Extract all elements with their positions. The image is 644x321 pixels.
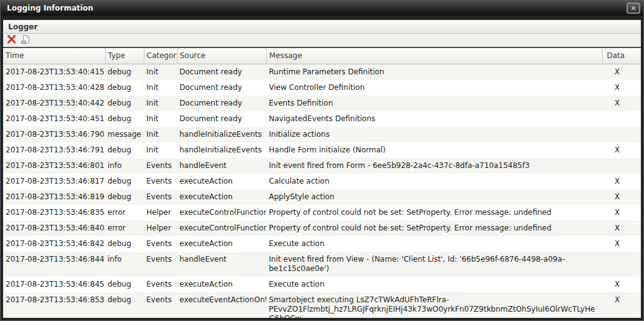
clear-log-button[interactable]	[7, 35, 16, 46]
cell-type: debug	[105, 236, 144, 252]
cell-source: Document ready	[177, 111, 266, 127]
cell-type: debug	[105, 96, 144, 111]
cell-source: executeAction	[177, 189, 266, 205]
cell-data: X	[602, 80, 641, 96]
cell-category: Events	[144, 277, 177, 292]
cell-source: executeEventActionOnWi	[177, 292, 266, 319]
column-header-message[interactable]: Message	[266, 48, 602, 64]
log-row[interactable]: 2017-08-23T13:53:46:817debugEventsexecut…	[3, 174, 641, 189]
cell-data	[602, 158, 641, 174]
cell-type: debug	[105, 277, 144, 292]
cell-time: 2017-08-23T13:53:40:428	[3, 80, 105, 96]
cell-source: handleEvent	[177, 252, 266, 277]
logger-toolbar	[3, 34, 641, 48]
logger-panel: Logger	[3, 20, 641, 318]
cell-type: info	[105, 158, 144, 174]
cell-message: Execute action	[266, 277, 602, 292]
cell-type: message	[105, 127, 144, 142]
cell-message: Smartobject executing LsZ7cTWkAdUFhTeRFl…	[266, 292, 602, 319]
logging-information-window: Logging Information ✕ Logger	[0, 0, 644, 321]
document-icon	[21, 34, 31, 46]
cell-source: Document ready	[177, 96, 266, 111]
column-header-time[interactable]: Time	[3, 48, 105, 64]
cell-data: X	[602, 277, 641, 292]
window-title: Logging Information	[7, 4, 93, 12]
logger-panel-header: Logger	[3, 20, 641, 34]
cell-message: ApplyStyle action	[266, 189, 602, 205]
cell-data: X	[602, 96, 641, 111]
cell-time: 2017-08-23T13:53:46:842	[3, 236, 105, 252]
cell-category: Init	[144, 127, 177, 142]
cell-message: Events Definition	[266, 96, 602, 111]
log-row[interactable]: 2017-08-23T13:53:40:428debugInitDocument…	[3, 80, 641, 96]
cell-message: Execute action	[266, 236, 602, 252]
cell-time: 2017-08-23T13:53:46:819	[3, 189, 105, 205]
log-row[interactable]: 2017-08-23T13:53:46:790messageInithandle…	[3, 127, 641, 142]
table-body: 2017-08-23T13:53:40:415debugInitDocument…	[3, 64, 641, 318]
cell-category: Init	[144, 64, 177, 80]
cell-data: X	[602, 236, 641, 252]
cell-time: 2017-08-23T13:53:40:451	[3, 111, 105, 127]
column-header-type[interactable]: Type	[105, 48, 144, 64]
cell-data	[602, 252, 641, 277]
log-row[interactable]: 2017-08-23T13:53:46:840errorHelperexecut…	[3, 220, 641, 236]
log-row[interactable]: 2017-08-23T13:53:46:853debugEventsexecut…	[3, 292, 641, 319]
log-row[interactable]: 2017-08-23T13:53:46:842debugEventsexecut…	[3, 236, 641, 252]
cell-time: 2017-08-23T13:53:46:790	[3, 127, 105, 142]
cell-type: error	[105, 220, 144, 236]
cell-data: X	[602, 205, 641, 220]
cell-category: Events	[144, 189, 177, 205]
copy-log-button[interactable]	[21, 35, 31, 46]
cell-source: handleEvent	[177, 158, 266, 174]
cell-data: X	[602, 64, 641, 80]
cell-source: handleInitializeEvents	[177, 127, 266, 142]
cell-category: Helper	[144, 205, 177, 220]
column-header-source[interactable]: Source	[177, 48, 266, 64]
log-row[interactable]: 2017-08-23T13:53:46:791debugInithandleIn…	[3, 142, 641, 158]
cell-type: debug	[105, 189, 144, 205]
cell-category: Init	[144, 80, 177, 96]
cell-message: Initialize actions	[266, 127, 602, 142]
cell-message: Runtime Parameters Definition	[266, 64, 602, 80]
cell-time: 2017-08-23T13:53:46:840	[3, 220, 105, 236]
cell-category: Init	[144, 96, 177, 111]
cell-source: executeAction	[177, 277, 266, 292]
cell-category: Init	[144, 111, 177, 127]
log-row[interactable]: 2017-08-23T13:53:46:835errorHelperexecut…	[3, 205, 641, 220]
cell-type: debug	[105, 64, 144, 80]
cell-message: Calculate action	[266, 174, 602, 189]
cell-time: 2017-08-23T13:53:46:817	[3, 174, 105, 189]
title-bar: Logging Information ✕	[1, 1, 643, 16]
cell-data: X	[602, 189, 641, 205]
log-row[interactable]: 2017-08-23T13:53:40:442debugInitDocument…	[3, 96, 641, 111]
cell-time: 2017-08-23T13:53:46:845	[3, 277, 105, 292]
log-row[interactable]: 2017-08-23T13:53:40:451debugInitDocument…	[3, 111, 641, 127]
cell-message: Init event fired from View - (Name: 'Cli…	[266, 252, 602, 277]
log-table: TimeTypeCategorySourceMessageData 2017-0…	[3, 48, 641, 318]
cell-category: Events	[144, 236, 177, 252]
cell-message: Property of control could not be set: Se…	[266, 220, 602, 236]
cell-type: info	[105, 252, 144, 277]
cell-source: executeControlFunction	[177, 220, 266, 236]
cell-category: Helper	[144, 220, 177, 236]
log-row[interactable]: 2017-08-23T13:53:40:415debugInitDocument…	[3, 64, 641, 80]
cell-time: 2017-08-23T13:53:46:801	[3, 158, 105, 174]
cell-category: Events	[144, 252, 177, 277]
logger-panel-title: Logger	[8, 22, 38, 31]
log-row[interactable]: 2017-08-23T13:53:46:819debugEventsexecut…	[3, 189, 641, 205]
column-header-category[interactable]: Category	[144, 48, 177, 64]
close-button[interactable]: ✕	[626, 2, 640, 14]
cell-message: View Controller Definition	[266, 80, 602, 96]
log-row[interactable]: 2017-08-23T13:53:46:844infoEventshandleE…	[3, 252, 641, 277]
cell-time: 2017-08-23T13:53:46:835	[3, 205, 105, 220]
log-row[interactable]: 2017-08-23T13:53:46:845debugEventsexecut…	[3, 277, 641, 292]
cell-data	[602, 127, 641, 142]
cell-time: 2017-08-23T13:53:40:442	[3, 96, 105, 111]
column-header-data[interactable]: Data	[602, 48, 641, 64]
cell-time: 2017-08-23T13:53:46:844	[3, 252, 105, 277]
cell-source: handleInitializeEvents	[177, 142, 266, 158]
log-row[interactable]: 2017-08-23T13:53:46:801infoEventshandleE…	[3, 158, 641, 174]
cell-source: executeAction	[177, 174, 266, 189]
cell-data: X	[602, 292, 641, 319]
cell-type: debug	[105, 174, 144, 189]
